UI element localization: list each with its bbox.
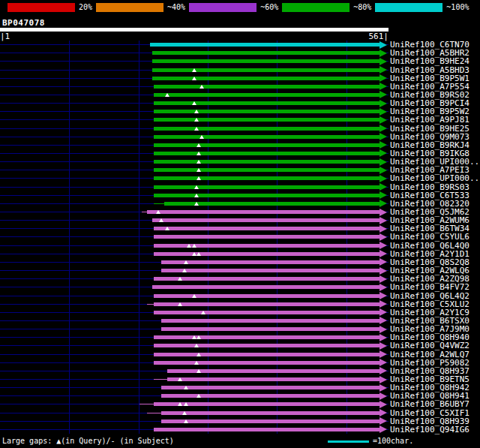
hit-arrowhead-icon[interactable] — [380, 217, 387, 224]
hit-arrowhead-icon[interactable] — [380, 83, 387, 90]
hit-bar[interactable] — [154, 152, 380, 155]
hit-label[interactable]: UniRef100_B9RS03 — [390, 183, 470, 191]
hit-arrowhead-icon[interactable] — [380, 401, 387, 408]
hit-arrowhead-icon[interactable] — [380, 183, 387, 191]
hit-label[interactable]: UniRef100_A9PJ81 — [390, 116, 470, 124]
hit-bar[interactable] — [161, 319, 380, 323]
hit-arrowhead-icon[interactable] — [380, 250, 387, 257]
hit-bar[interactable] — [161, 411, 380, 415]
hit-arrowhead-icon[interactable] — [380, 267, 387, 275]
hit-arrowhead-icon[interactable] — [380, 242, 387, 249]
hit-arrowhead-icon[interactable] — [380, 376, 387, 383]
hit-arrowhead-icon[interactable] — [380, 108, 387, 116]
hit-bar[interactable] — [154, 335, 380, 339]
hit-arrowhead-icon[interactable] — [380, 350, 387, 358]
hit-bar[interactable] — [154, 361, 380, 365]
hit-label[interactable]: UniRef100_UPI000.. — [390, 174, 479, 182]
hit-arrowhead-icon[interactable] — [380, 367, 387, 374]
hit-arrowhead-icon[interactable] — [380, 334, 387, 341]
hit-arrowhead-icon[interactable] — [380, 133, 387, 140]
hit-arrowhead-icon[interactable] — [380, 258, 387, 266]
hit-arrowhead-icon[interactable] — [380, 116, 387, 124]
hit-arrowhead-icon[interactable] — [380, 141, 387, 149]
hit-bar[interactable] — [154, 194, 380, 197]
hit-arrowhead-icon[interactable] — [380, 149, 387, 157]
hit-arrowhead-icon[interactable] — [380, 409, 387, 416]
hit-bar[interactable] — [154, 127, 380, 131]
hit-bar[interactable] — [154, 235, 380, 239]
hit-label[interactable]: UniRef100_Q4VWZ2 — [390, 341, 470, 350]
hit-bar[interactable] — [152, 59, 380, 63]
hit-bar[interactable] — [161, 260, 380, 264]
hit-label[interactable]: UniRef100_Q94IG6 — [390, 425, 470, 434]
hit-bar[interactable] — [154, 353, 380, 356]
hit-bar[interactable] — [161, 419, 380, 423]
hit-arrowhead-icon[interactable] — [380, 417, 387, 425]
hit-arrowhead-icon[interactable] — [380, 125, 387, 132]
hit-arrowhead-icon[interactable] — [380, 425, 387, 433]
hit-arrowhead-icon[interactable] — [380, 58, 387, 65]
hit-bar[interactable] — [161, 327, 380, 331]
hit-arrowhead-icon[interactable] — [380, 74, 387, 82]
hit-bar[interactable] — [161, 386, 380, 389]
hit-arrowhead-icon[interactable] — [380, 66, 387, 74]
hit-arrowhead-icon[interactable] — [380, 91, 387, 98]
hit-bar[interactable] — [154, 176, 380, 180]
hit-arrowhead-icon[interactable] — [380, 191, 387, 199]
hit-arrowhead-icon[interactable] — [380, 326, 387, 333]
hit-label[interactable]: UniRef100_Q6L4Q2 — [390, 292, 470, 300]
hit-arrowhead-icon[interactable] — [380, 233, 387, 241]
hit-arrowhead-icon[interactable] — [380, 308, 387, 316]
hit-label[interactable]: UniRef100_Q6L4Q0 — [390, 242, 470, 250]
hit-bar[interactable] — [154, 93, 380, 97]
hit-bar[interactable] — [161, 394, 380, 398]
hit-arrowhead-icon[interactable] — [380, 225, 387, 233]
hit-bar[interactable] — [154, 135, 380, 139]
hit-bar[interactable] — [152, 77, 380, 80]
hit-bar[interactable] — [161, 269, 380, 272]
hit-arrowhead-icon[interactable] — [380, 158, 387, 166]
hit-arrowhead-icon[interactable] — [380, 292, 387, 299]
hit-label[interactable]: UniRef100_B9P5W1 — [390, 74, 470, 83]
hit-arrowhead-icon[interactable] — [380, 175, 387, 182]
hit-bar[interactable] — [152, 218, 380, 222]
hit-bar[interactable] — [154, 101, 380, 105]
hit-bar[interactable] — [150, 43, 380, 47]
hit-arrowhead-icon[interactable] — [380, 384, 387, 392]
hit-label[interactable]: UniRef100_C5XIF1 — [390, 409, 470, 417]
hit-bar[interactable] — [152, 285, 380, 289]
hit-bar[interactable] — [154, 168, 380, 172]
hit-bar[interactable] — [154, 277, 380, 281]
hit-bar[interactable] — [154, 294, 380, 298]
hit-bar[interactable] — [154, 302, 380, 306]
hit-arrowhead-icon[interactable] — [380, 209, 387, 216]
hit-bar[interactable] — [154, 160, 380, 164]
hit-arrowhead-icon[interactable] — [380, 167, 387, 174]
hit-label[interactable]: UniRef100_A2WLQ7 — [390, 350, 470, 359]
hit-arrowhead-icon[interactable] — [380, 392, 387, 400]
hit-bar[interactable] — [154, 252, 380, 256]
hit-bar[interactable] — [154, 185, 380, 189]
hit-arrowhead-icon[interactable] — [380, 100, 387, 107]
hit-arrowhead-icon[interactable] — [380, 342, 387, 350]
hit-bar[interactable] — [167, 377, 380, 381]
hit-arrowhead-icon[interactable] — [380, 300, 387, 308]
hit-bar[interactable] — [154, 118, 380, 122]
hit-bar[interactable] — [154, 344, 380, 347]
hit-arrowhead-icon[interactable] — [380, 200, 387, 207]
hit-bar[interactable] — [152, 68, 380, 72]
hit-bar[interactable] — [154, 143, 380, 147]
hit-label[interactable]: UniRef100_B4FV72 — [390, 283, 470, 291]
hit-bar[interactable] — [154, 85, 380, 89]
hit-label[interactable]: UniRef100_B6UBY7 — [390, 400, 470, 408]
hit-label[interactable]: UniRef100_B9HE24 — [390, 57, 470, 65]
hit-bar[interactable] — [154, 110, 380, 113]
hit-bar[interactable] — [154, 227, 380, 230]
hit-arrowhead-icon[interactable] — [380, 317, 387, 324]
hit-arrowhead-icon[interactable] — [380, 275, 387, 283]
hit-arrowhead-icon[interactable] — [380, 50, 387, 57]
hit-bar[interactable] — [154, 311, 380, 314]
hit-bar[interactable] — [147, 210, 380, 214]
hit-label[interactable]: UniRef100_C5YUL6 — [390, 233, 470, 241]
hit-arrowhead-icon[interactable] — [380, 284, 387, 291]
